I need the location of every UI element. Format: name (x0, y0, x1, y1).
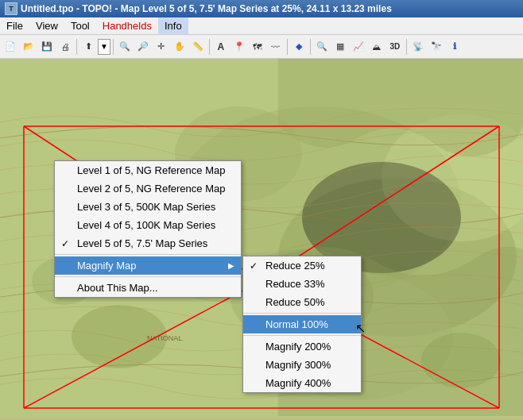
ctx-sep1 (55, 254, 241, 255)
gps-button[interactable]: 📡 (409, 38, 427, 56)
menu-file[interactable]: File (0, 17, 29, 34)
ctx-level2[interactable]: Level 2 of 5, NG Reference Map (55, 179, 241, 198)
search-button[interactable]: 🔍 (313, 38, 331, 56)
dropdown-1[interactable]: ▼ (98, 39, 110, 55)
ctx-level1[interactable]: Level 1 of 5, NG Reference Map (55, 161, 241, 179)
pan-button[interactable]: ✋ (171, 38, 188, 56)
route-button[interactable]: 🗺 (249, 38, 266, 56)
ctx-magnify400[interactable]: Magnify 400% (243, 374, 361, 392)
waypoint-button[interactable]: 📍 (231, 38, 248, 56)
context-menu-magnify: Reduce 25% Reduce 33% Reduce 50% Normal … (242, 256, 362, 393)
menu-info[interactable]: Info (158, 17, 188, 34)
ctx-magnify300[interactable]: Magnify 300% (243, 356, 361, 374)
grid-button[interactable]: ▦ (331, 38, 349, 56)
crosshair-button[interactable]: ✛ (153, 38, 170, 56)
ctx-reduce50[interactable]: Reduce 50% (243, 293, 361, 311)
open-button[interactable]: 📂 (20, 38, 37, 56)
menu-tool[interactable]: Tool (64, 17, 96, 34)
menu-handhelds[interactable]: Handhelds (96, 17, 158, 34)
ctx-reduce33[interactable]: Reduce 33% (243, 275, 361, 293)
diamond-button[interactable]: ◆ (290, 38, 308, 56)
info-button[interactable]: ℹ (446, 38, 463, 56)
ctx-sep3 (243, 313, 361, 314)
text-button[interactable]: A (212, 38, 230, 56)
sep5 (310, 39, 311, 55)
ctx-sep2 (55, 276, 241, 277)
map-area[interactable]: NATIONAL Level 1 of 5, NG Reference Map … (0, 59, 523, 418)
menu-bar: File View Tool Handhelds Info (0, 17, 523, 35)
measure-button[interactable]: 📏 (189, 38, 207, 56)
menu-view[interactable]: View (29, 17, 64, 34)
ctx-about[interactable]: About This Map... (55, 279, 241, 297)
ctx-level3[interactable]: Level 3 of 5, 500K Map Series (55, 198, 241, 216)
svg-text:NATIONAL: NATIONAL (147, 334, 182, 342)
ctx-sep4 (243, 335, 361, 336)
save-button[interactable]: 💾 (38, 38, 56, 56)
ctx-magnify[interactable]: Magnify Map (55, 256, 241, 275)
title-bar: T Untitled.tpo - TOPO! - Map Level 5 of … (0, 0, 523, 17)
ctx-level5[interactable]: Level 5 of 5, 7.5' Map Series (55, 234, 241, 252)
profile-button[interactable]: 📈 (350, 38, 367, 56)
sep3 (209, 39, 210, 55)
ctx-level4[interactable]: Level 4 of 5, 100K Map Series (55, 216, 241, 234)
sep6 (406, 39, 407, 55)
3d-button[interactable]: 3D (386, 38, 404, 56)
zoom-out-button[interactable]: 🔎 (134, 38, 152, 56)
context-menu-primary: Level 1 of 5, NG Reference Map Level 2 o… (54, 160, 242, 298)
zoom-in-button[interactable]: 🔍 (116, 38, 134, 56)
ctx-normal100[interactable]: Normal 100% (243, 315, 361, 333)
binoculars-button[interactable]: 🔭 (428, 38, 445, 56)
ctx-magnify200[interactable]: Magnify 200% (243, 337, 361, 356)
new-button[interactable]: 📄 (2, 38, 19, 56)
sep4 (287, 39, 288, 55)
window-title: Untitled.tpo - TOPO! - Map Level 5 of 5,… (21, 3, 392, 14)
sep2 (113, 39, 114, 55)
arrow-button[interactable]: ⬆ (79, 38, 97, 56)
toolbar: 📄 📂 💾 🖨 ⬆ ▼ 🔍 🔎 ✛ ✋ 📏 A 📍 🗺 〰 ◆ 🔍 ▦ 📈 ⛰ … (0, 35, 523, 59)
svg-point-10 (421, 333, 501, 388)
slope-button[interactable]: ⛰ (368, 38, 385, 56)
print-button[interactable]: 🖨 (56, 38, 74, 56)
app-icon: T (5, 2, 17, 15)
track-button[interactable]: 〰 (267, 38, 285, 56)
ctx-reduce25[interactable]: Reduce 25% (243, 256, 361, 275)
sep1 (76, 39, 77, 55)
